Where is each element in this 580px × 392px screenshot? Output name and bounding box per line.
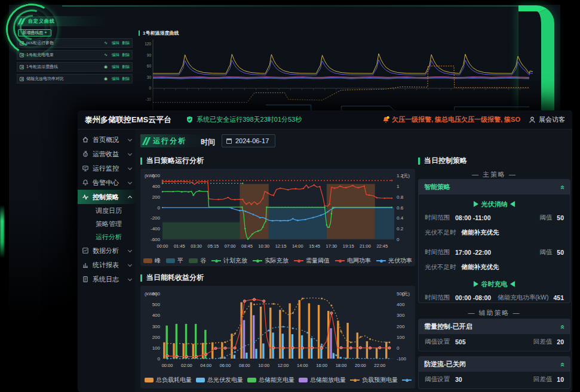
chevron-down-icon — [128, 137, 132, 141]
monitor-icon — [82, 165, 89, 172]
legend-item[interactable]: 电网功率 — [335, 257, 371, 265]
svg-text:0: 0 — [397, 237, 400, 242]
edit-link[interactable]: 编辑 — [112, 53, 119, 58]
sidebar-item-system-log[interactable]: 系统日志 — [78, 272, 136, 286]
strategy-row: 时间范围00:00 -08:00 储能充电功率(kW)451 — [419, 290, 570, 303]
alarm-ticker[interactable]: 欠压一级报警, 簇总电压欠压一级报警, 簇SO — [382, 115, 520, 124]
sidebar-item-monitoring[interactable]: 运行监控 — [78, 161, 136, 175]
sidebar-item-operation-analysis[interactable]: 运行分析 — [78, 230, 136, 243]
energy-chart-panel: (kWh)(元)60050050040040030030020020010010… — [140, 286, 415, 388]
svg-text:05:15: 05:15 — [207, 243, 219, 249]
edit-link[interactable]: 编辑 — [112, 41, 119, 46]
svg-text:30: 30 — [147, 75, 152, 79]
svg-text:0: 0 — [149, 86, 151, 90]
svg-text:02:00: 02:00 — [181, 363, 192, 368]
anti-backflow-header[interactable]: 防逆流-已关闭 « — [419, 357, 570, 372]
top-glow-line — [62, 5, 520, 7]
user-menu[interactable]: 展会访客 — [529, 115, 565, 124]
sidebar-item-alarm-center[interactable]: 告警中心 — [78, 175, 136, 190]
legend-swatch — [143, 258, 152, 263]
svg-text:0: 0 — [158, 356, 161, 362]
checkbox-icon[interactable] — [20, 41, 24, 45]
bg-chart-title: 1号柜温湿度曲线 — [139, 30, 179, 36]
add-curve-button[interactable]: 新增曲线图 + — [18, 29, 51, 36]
svg-text:12:00: 12:00 — [278, 363, 289, 368]
edit-link[interactable]: 编辑 — [112, 64, 119, 70]
checkbox-icon[interactable] — [20, 77, 24, 81]
svg-text:0.4: 0.4 — [397, 215, 404, 221]
strategy-chart-panel: (kW)(元)6001.240012000.800.6-2000.4-4000.… — [140, 169, 415, 266]
svg-text:120: 120 — [145, 42, 151, 46]
legend-swatch — [294, 260, 303, 261]
legend-item[interactable]: 光伏预 — [402, 376, 413, 384]
delete-link[interactable]: 删除 — [122, 76, 130, 82]
svg-text:300: 300 — [397, 313, 405, 318]
sidebar-item-revenue[interactable]: 运营收益 — [78, 147, 136, 161]
slashes-icon — [19, 18, 25, 24]
curve-list-item[interactable]: pcs柜运行参数 ∿ 编辑 删除 — [17, 38, 133, 48]
svg-text:200: 200 — [397, 324, 405, 329]
sidebar-item-schedule-calendar[interactable]: 调度日历 — [78, 204, 136, 217]
svg-text:01:45: 01:45 — [174, 243, 185, 249]
legend-item[interactable]: 总储能放电量 — [299, 376, 346, 384]
curve-list-item[interactable]: 1号柜充电电量 ∿ 编辑 删除 — [17, 50, 133, 60]
collapse-icon[interactable]: « — [559, 362, 565, 366]
top-bar: 泰州多储联控EMS云平台 系统已安全运行398天23时01分53秒 欠压一级报警… — [78, 110, 572, 129]
delete-link[interactable]: 删除 — [122, 41, 130, 46]
legend-item[interactable]: 峰 — [143, 257, 161, 265]
svg-text:100: 100 — [152, 345, 161, 351]
collapse-icon[interactable]: « — [559, 325, 565, 329]
sidebar-item-home-overview[interactable]: 首页概况 — [78, 132, 136, 147]
svg-text:0.6: 0.6 — [397, 205, 404, 211]
legend-item[interactable]: 负载预测电量 — [350, 376, 398, 384]
sidebar-item-strategy-management[interactable]: 策略管理 — [78, 217, 136, 230]
svg-text:10:00: 10:00 — [258, 363, 269, 368]
svg-text:0.2: 0.2 — [397, 226, 404, 232]
legend-item[interactable]: 计划充放 — [211, 257, 247, 265]
sidebar-item-statistics-report[interactable]: 统计报表 — [78, 258, 136, 272]
legend-swatch — [376, 260, 386, 261]
svg-text:17:30: 17:30 — [326, 243, 337, 249]
legend-item[interactable]: 需量阈值 — [294, 257, 330, 265]
legend-item[interactable]: 实际充放 — [253, 257, 289, 265]
delete-link[interactable]: 删除 — [122, 64, 130, 70]
date-picker[interactable]: 2024-06-17 — [222, 134, 275, 147]
checkbox-icon[interactable] — [20, 65, 24, 69]
collapse-icon[interactable]: « — [559, 185, 565, 189]
chevron-down-icon — [128, 262, 132, 266]
svg-text:21:00: 21:00 — [360, 243, 371, 249]
svg-text:22:00: 22:00 — [374, 363, 385, 368]
edit-link[interactable]: 编辑 — [112, 76, 119, 82]
wave-icon: ∿ — [104, 53, 108, 57]
svg-text:200: 200 — [152, 195, 161, 200]
legend-swatch — [299, 378, 308, 382]
home-icon — [82, 136, 89, 143]
chevron-down-icon — [128, 165, 132, 169]
svg-text:22:45: 22:45 — [376, 243, 388, 249]
svg-text:08:45: 08:45 — [241, 243, 253, 249]
svg-text:14:00: 14:00 — [292, 243, 303, 249]
svg-text:600: 600 — [152, 173, 161, 178]
sidebar-item-control-strategy[interactable]: 控制策略 — [78, 190, 136, 204]
legend-item[interactable]: 总储能充电量 — [247, 376, 294, 384]
demand-control-header[interactable]: 需量控制-已开启 « — [419, 319, 570, 334]
svg-text:500: 500 — [152, 302, 161, 307]
legend-item[interactable]: 光伏功率 — [376, 257, 412, 265]
anti-backflow-card: 防逆流-已关闭 « 阈值设置30 回差值10 — [418, 356, 570, 389]
sidebar-item-data-analysis[interactable]: 数据分析 — [78, 243, 136, 258]
alarm-bell-icon — [382, 116, 390, 124]
curve-list-item[interactable]: 1号柜温湿度曲线 ◉ 编辑 删除 — [17, 62, 133, 72]
left-glow-bar — [0, 205, 4, 258]
svg-text:500: 500 — [397, 291, 405, 297]
legend-item[interactable]: 谷 — [189, 257, 206, 265]
curve-list-item[interactable]: 储能充放电功率对比 ◉ 编辑 删除 — [17, 74, 133, 84]
smart-strategy-header[interactable]: 智能策略 « — [419, 180, 570, 195]
checkbox-icon[interactable] — [20, 53, 24, 57]
delete-link[interactable]: 删除 — [122, 53, 130, 58]
legend-item[interactable]: 总负载耗电量 — [145, 376, 192, 384]
chart-legend: 总负载耗电量总光伏发电量总储能充电量总储能放电量负载预测电量光伏预◀1/2▶ — [142, 374, 413, 386]
svg-text:06:00: 06:00 — [220, 363, 231, 368]
legend-item[interactable]: 总光伏发电量 — [196, 376, 243, 384]
legend-item[interactable]: 平 — [166, 257, 183, 265]
svg-text:-200: -200 — [151, 215, 161, 221]
